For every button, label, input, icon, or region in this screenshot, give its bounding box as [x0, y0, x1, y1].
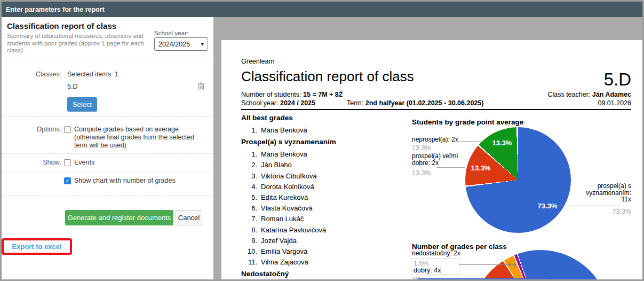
student-name: Mária Benková [261, 126, 307, 134]
students-count-line: Number of students: 15 = 7M + 8Ž [241, 91, 343, 98]
options-label: Options: [2, 126, 61, 133]
report-preview-page: Greenlearn Classification report of clas… [221, 40, 642, 281]
class-teacher-line: Class teacher: Ján Adamec [547, 91, 631, 98]
dialog-titlebar: Enter parameters for the report [2, 2, 642, 17]
leader-dot [513, 263, 516, 266]
callout-box: 1.5% dobrý: 4x [411, 259, 459, 275]
student-name: Jozef Vajda [261, 237, 297, 245]
generate-documents-button[interactable]: Generate and register documents [65, 210, 173, 225]
student-name: Viktória Cibuľková [261, 172, 317, 180]
percent-neprospel: 13.3% [412, 144, 431, 152]
events-label: Events [74, 159, 94, 166]
teacher-value: Ján Adamec [592, 91, 631, 98]
callout-nedostatocny: nedostatočný: 2x [412, 250, 460, 257]
doc-school-year-value: 2024 / 2025 [280, 99, 315, 107]
trash-icon[interactable] [197, 82, 205, 93]
term-line: Term: 2nd halfyear (01.02.2025 - 30.06.2… [347, 99, 483, 107]
school-year-line: School year: 2024 / 2025 [241, 99, 315, 107]
school-year-value: 2024/2025 [158, 41, 190, 48]
list-item-number: 4. [241, 183, 257, 191]
students-count-label: Number of students: [241, 91, 301, 98]
divider [2, 153, 213, 154]
doc-school-year-label: School year: [241, 99, 278, 107]
section-heading: All best grades [241, 114, 401, 122]
class-name: 5.D [604, 69, 631, 90]
select-classes-button[interactable]: Select [67, 97, 97, 112]
students-count-value: 15 = 7M + 8Ž [303, 91, 343, 98]
leader-line [455, 141, 483, 142]
teacher-label: Class teacher: [547, 91, 590, 98]
section-heading: Nedostatočný [241, 270, 401, 278]
callout-vyznamenanim: prospel(a) s vyznamenaním: 11x [582, 183, 631, 203]
student-name: Vlasta Kováčová [261, 204, 313, 212]
student-name: Ján Blaho [261, 161, 292, 169]
callout-neprospel: neprospel(a): 2x [412, 136, 471, 143]
report-parameters-panel: Classification report of class Summary o… [2, 17, 213, 279]
compute-grades-checkbox[interactable] [64, 126, 71, 133]
report-description: Summary of educational measures, absence… [7, 33, 153, 54]
list-item-number: 10. [241, 247, 257, 255]
compute-grades-label: Compute grades based on average [74, 126, 179, 133]
list-item-number: 2. [241, 161, 257, 169]
organization-name: Greenlearn [241, 58, 275, 65]
list-item: 1.Mária Benková [241, 126, 401, 137]
list-item-number: 11. [241, 258, 257, 266]
callout-velmi-dobre: prospel(a) veľmi dobre: 2x [412, 153, 463, 166]
show-label: Show: [2, 159, 61, 166]
report-date: 09.01.2026 [598, 99, 631, 107]
student-name: Roman Lukáč [261, 215, 304, 223]
list-item-number: 3. [241, 172, 257, 180]
chart1-title: Students by grade point average [412, 118, 523, 126]
compute-grades-note: (otherwise final grades from the selecte… [74, 134, 209, 149]
callout-dobry: dobrý: 4x [414, 267, 457, 274]
term-value: 2nd halfyear (01.02.2025 - 30.06.2025) [365, 99, 484, 107]
percent-vyznamenanim: 73.3% [613, 208, 631, 215]
list-item-number: 1. [241, 150, 257, 158]
leader-line [556, 206, 619, 206]
report-name: Classification report of class [7, 21, 116, 30]
list-item: 4.Dorota Kolníková [241, 183, 401, 193]
percent-nedostatocny: 1.5% [414, 260, 457, 267]
show-chart-checkbox[interactable]: ✓ [64, 177, 71, 184]
slice-label-red: 13.3% [471, 164, 491, 172]
pie-chart-grades-per-class [471, 250, 610, 281]
list-item-number: 5. [241, 193, 257, 201]
dialog-title: Enter parameters for the report [6, 6, 105, 13]
selected-class: 5.D [67, 83, 77, 90]
list-item-number: 9. [241, 237, 257, 245]
leader-line [436, 167, 465, 168]
partial-element-bottom [418, 278, 547, 281]
list-item: 10.Emília Vargová [241, 247, 401, 258]
divider [2, 116, 213, 117]
list-item-number: 6. [241, 204, 257, 212]
term-label: Term: [347, 99, 363, 107]
percent-velmi-dobre: 13.3% [412, 169, 431, 177]
leader-dot [508, 263, 511, 266]
student-name: Emília Vargová [261, 247, 307, 255]
list-item-number: 7. [241, 215, 257, 223]
divider [2, 60, 213, 60]
selected-items-count: Selected items: 1 [67, 71, 118, 78]
events-checkbox[interactable] [64, 159, 71, 166]
section-heading: Prospel(a) s vyznamenaním [241, 138, 401, 146]
student-name: Dorota Kolníková [261, 183, 314, 191]
doc-sections: All best grades1.Mária BenkováProspel(a)… [241, 114, 401, 281]
list-item-number: 8. [241, 226, 257, 234]
list-item: 8.Katarína Pavlovičová [241, 226, 401, 237]
list-item-number: 1. [241, 126, 257, 134]
divider [2, 173, 213, 173]
slice-label-blue: 73.3% [538, 202, 558, 210]
student-name: Mária Benková [261, 150, 307, 158]
pie-chart-grade-average [465, 127, 571, 233]
show-chart-label: Show chart with number of grades [74, 177, 176, 184]
list-item: 2.Ján Blaho [241, 161, 401, 171]
list-item: 9.Jozef Vajda [241, 237, 401, 247]
red-highlight-box: Export to excel [2, 238, 72, 255]
list-item: 5.Edita Kureková [241, 193, 401, 204]
list-item: 7.Roman Lukáč [241, 215, 401, 225]
school-year-select[interactable]: 2024/2025 ▾ [154, 37, 208, 51]
export-to-excel-link[interactable]: Export to excel [12, 243, 61, 251]
cancel-button[interactable]: Cancel [176, 210, 202, 225]
school-year-label: School year: [154, 30, 188, 36]
leader-line [459, 264, 513, 265]
